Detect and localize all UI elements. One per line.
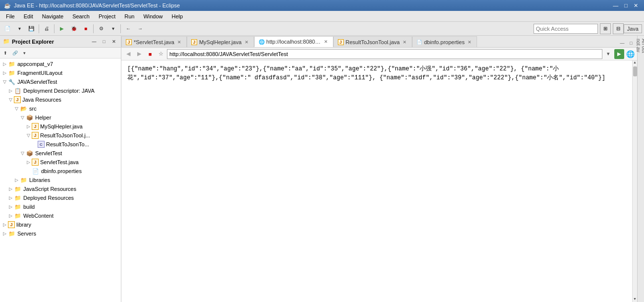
tree-item-jsresources[interactable]: ▷ 📁 JavaScript Resources <box>0 184 121 193</box>
tree-item-javasrvtest[interactable]: ▽ 🔧 JAVAServletTest <box>0 77 121 86</box>
minimize-window-btn[interactable]: — <box>611 2 620 9</box>
menu-file[interactable]: File <box>2 12 19 20</box>
toggle-webcontent[interactable]: ▷ <box>9 213 14 218</box>
tab-mysql-hepler[interactable]: J MySqlHepler.java ✕ <box>187 36 254 47</box>
tree-item-resulttojsonclass[interactable]: C ResultToJsonTo... <box>0 140 121 149</box>
tree-item-library[interactable]: ▷ J library <box>0 220 121 229</box>
tab-close-servlet[interactable]: ✕ <box>176 39 182 45</box>
tab-label-browser: http://localhost:8080/JAVAServletTest/Se… <box>267 39 321 45</box>
tab-close-result[interactable]: ✕ <box>402 39 408 45</box>
menu-window[interactable]: Window <box>139 12 166 20</box>
view-menu-btn[interactable]: ▾ <box>20 49 29 58</box>
run-btn[interactable]: ▶ <box>56 23 67 34</box>
prev-edit-btn[interactable]: ← <box>123 23 134 34</box>
toggle-library[interactable]: ▷ <box>3 222 8 227</box>
tab-close-mysql[interactable]: ✕ <box>244 39 250 45</box>
stop-btn[interactable]: ■ <box>145 49 155 59</box>
toggle-fragment[interactable]: ▷ <box>3 70 8 75</box>
toggle-src[interactable]: ▽ <box>15 106 20 111</box>
next-edit-btn[interactable]: → <box>135 23 146 34</box>
go-btn[interactable]: ▶ <box>614 49 624 59</box>
toggle-libraries[interactable]: ▷ <box>15 178 20 182</box>
tree-item-javaresources[interactable]: ▽ J Java Resources <box>0 95 121 104</box>
tree-item-appcompat[interactable]: ▷ 📁 appcompat_v7 <box>0 60 121 68</box>
tab-servlet-test-java[interactable]: J *ServletTest.java ✕ <box>121 36 187 47</box>
folder-icon-servers: 📁 <box>8 230 16 238</box>
tree-item-servers[interactable]: ▷ 📁 Servers <box>0 229 121 238</box>
tree-item-build[interactable]: ▷ 📁 build <box>0 202 121 211</box>
toggle-appcompat[interactable]: ▷ <box>3 61 8 66</box>
bookmark-btn[interactable]: ☆ <box>156 49 166 59</box>
tree-item-webcontent[interactable]: ▷ 📁 WebContent <box>0 211 121 220</box>
back-btn[interactable]: ◀ <box>123 49 133 59</box>
scroll-thumb[interactable] <box>633 66 637 76</box>
quick-access-area: ⊞ ⊟ Java <box>534 23 642 34</box>
tree-item-servlettestjava[interactable]: ▷ J ServletTest.java <box>0 158 121 167</box>
toggle-servlettestjava[interactable]: ▷ <box>27 160 32 165</box>
menu-search[interactable]: Search <box>68 12 94 20</box>
tab-browser[interactable]: 🌐 http://localhost:8080/JAVAServletTest/… <box>254 36 333 47</box>
tab-icon-dbinfo: 📄 <box>417 40 422 45</box>
forward-btn[interactable]: ▶ <box>134 49 144 59</box>
tree-item-mysqlhepler[interactable]: ▷ J MySqlHepler.java <box>0 122 121 131</box>
toggle-javasrvtest[interactable]: ▽ <box>3 79 8 84</box>
tab-close-dbinfo[interactable]: ✕ <box>467 39 473 45</box>
ext-tools-btn[interactable]: ⚙ <box>96 23 107 34</box>
toggle-servlettest-pkg[interactable]: ▽ <box>21 151 26 156</box>
url-dropdown-btn[interactable]: ▾ <box>603 49 613 59</box>
tree-label-libraries: Libraries <box>29 177 50 183</box>
new-btn[interactable]: 📄 <box>2 23 13 34</box>
new-dropdown-btn[interactable]: ▾ <box>14 23 25 34</box>
toggle-helper[interactable]: ▽ <box>21 115 26 120</box>
tab-close-browser[interactable]: ✕ <box>323 39 329 45</box>
tree-item-deployment[interactable]: ▷ 📋 Deployment Descriptor: JAVA <box>0 86 121 95</box>
vertical-scrollbar[interactable]: ▲ ▼ <box>632 60 637 302</box>
url-input[interactable] <box>167 49 602 59</box>
java-perspective-label[interactable]: Java <box>624 24 642 33</box>
print-btn[interactable]: 🖨 <box>41 23 52 34</box>
menu-project[interactable]: Project <box>95 12 119 20</box>
tree-item-libraries[interactable]: ▷ 📁 Libraries <box>0 176 121 184</box>
menu-navigate[interactable]: Navigate <box>38 12 67 20</box>
toggle-build[interactable]: ▷ <box>9 204 14 209</box>
toggle-servers[interactable]: ▷ <box>3 231 8 236</box>
toggle-deployedresources[interactable]: ▷ <box>9 195 14 200</box>
scroll-up-btn[interactable]: ▲ <box>633 60 638 65</box>
perspective-btn-2[interactable]: ⊟ <box>613 23 624 34</box>
quick-access-input[interactable] <box>534 24 598 34</box>
tab-label-result: ResultToJsonTool.java <box>346 39 400 45</box>
tree-item-deployedresources[interactable]: ▷ 📁 Deployed Resources <box>0 193 121 202</box>
close-window-btn[interactable]: ✕ <box>632 2 640 9</box>
toggle-mysqlhepler[interactable]: ▷ <box>27 124 32 129</box>
debug-btn[interactable]: 🐞 <box>68 23 79 34</box>
scroll-down-btn[interactable]: ▼ <box>633 297 638 302</box>
tree-item-src[interactable]: ▽ 📂 src <box>0 104 121 113</box>
toggle-deployment[interactable]: ▷ <box>9 88 14 93</box>
toggle-javaresources[interactable]: ▽ <box>9 97 14 102</box>
perspective-btn-1[interactable]: ⊞ <box>600 23 611 34</box>
toggle-resulttojsontool[interactable]: ▽ <box>27 133 32 138</box>
menu-run[interactable]: Run <box>120 12 138 20</box>
link-editor-btn[interactable]: 🔗 <box>10 49 19 58</box>
tree-item-helper[interactable]: ▽ 📦 Helper <box>0 113 121 122</box>
toggle-jsresources[interactable]: ▷ <box>9 186 14 191</box>
tab-icon-servlet: J <box>126 39 132 45</box>
stop-btn[interactable]: ■ <box>80 23 91 34</box>
close-panel-btn[interactable]: ✕ <box>110 38 118 46</box>
maximize-window-btn[interactable]: □ <box>622 2 630 9</box>
tab-result-tojson[interactable]: J ResultToJsonTool.java ✕ <box>333 36 412 47</box>
collapse-all-btn[interactable]: ⬆ <box>1 49 10 58</box>
tab-minimize-btn[interactable]: — <box>618 39 626 47</box>
tab-maximize-btn[interactable]: □ <box>627 39 635 47</box>
menu-edit[interactable]: Edit <box>20 12 37 20</box>
tree-item-resulttojsontool[interactable]: ▽ J ResultToJsonTool.j... <box>0 131 121 140</box>
maximize-panel-btn[interactable]: □ <box>100 38 108 46</box>
tab-dbinfo[interactable]: 📄 dbinfo.properties ✕ <box>412 36 477 47</box>
menu-help[interactable]: Help <box>168 12 187 20</box>
minimize-panel-btn[interactable]: — <box>90 38 98 46</box>
ext-dropdown-btn[interactable]: ▾ <box>107 23 118 34</box>
tree-item-dbinfo[interactable]: 📄 dbinfo.properties <box>0 167 121 176</box>
save-btn[interactable]: 💾 <box>26 23 37 34</box>
tree-item-servlettest-pkg[interactable]: ▽ 📦 ServletTest <box>0 149 121 158</box>
tree-item-fragment[interactable]: ▷ 📁 FragmentUILayout <box>0 68 121 77</box>
